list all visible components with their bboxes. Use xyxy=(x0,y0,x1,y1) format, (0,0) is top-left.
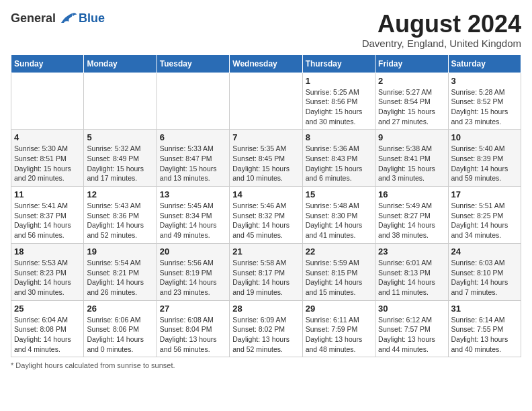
calendar-cell: 14Sunrise: 5:46 AM Sunset: 8:32 PM Dayli… xyxy=(230,187,302,244)
day-number: 28 xyxy=(232,304,299,314)
day-number: 31 xyxy=(451,304,518,314)
day-number: 18 xyxy=(14,246,81,257)
column-header-tuesday: Tuesday xyxy=(157,54,229,73)
calendar-week-row: 18Sunrise: 5:53 AM Sunset: 8:23 PM Dayli… xyxy=(11,243,521,300)
calendar-cell: 17Sunrise: 5:51 AM Sunset: 8:25 PM Dayli… xyxy=(448,187,521,244)
day-info: Sunrise: 6:14 AM Sunset: 7:55 PM Dayligh… xyxy=(451,315,518,355)
calendar-cell: 20Sunrise: 5:56 AM Sunset: 8:19 PM Dayli… xyxy=(157,243,229,300)
day-info: Sunrise: 6:11 AM Sunset: 7:59 PM Dayligh… xyxy=(306,315,372,355)
day-number: 10 xyxy=(451,132,518,142)
day-number: 24 xyxy=(451,246,518,257)
day-number: 9 xyxy=(378,132,445,142)
calendar-cell: 11Sunrise: 5:41 AM Sunset: 8:37 PM Dayli… xyxy=(11,187,84,244)
day-number: 17 xyxy=(451,189,518,199)
calendar-cell: 12Sunrise: 5:43 AM Sunset: 8:36 PM Dayli… xyxy=(84,187,157,244)
day-number: 21 xyxy=(232,246,299,257)
calendar-table: SundayMondayTuesdayWednesdayThursdayFrid… xyxy=(11,54,521,358)
day-info: Sunrise: 5:43 AM Sunset: 8:36 PM Dayligh… xyxy=(87,201,153,240)
day-info: Sunrise: 5:56 AM Sunset: 8:19 PM Dayligh… xyxy=(160,258,226,298)
day-number: 7 xyxy=(232,132,299,142)
calendar-cell: 22Sunrise: 5:59 AM Sunset: 8:15 PM Dayli… xyxy=(302,243,375,300)
calendar-cell: 30Sunrise: 6:12 AM Sunset: 7:57 PM Dayli… xyxy=(375,300,448,357)
day-info: Sunrise: 5:45 AM Sunset: 8:34 PM Dayligh… xyxy=(160,201,226,240)
column-header-sunday: Sunday xyxy=(11,54,84,73)
calendar-cell: 4Sunrise: 5:30 AM Sunset: 8:51 PM Daylig… xyxy=(11,130,84,187)
day-number: 12 xyxy=(87,189,153,199)
day-info: Sunrise: 5:28 AM Sunset: 8:52 PM Dayligh… xyxy=(451,87,518,127)
calendar-cell: 10Sunrise: 5:40 AM Sunset: 8:39 PM Dayli… xyxy=(448,130,521,187)
calendar-week-row: 25Sunrise: 6:04 AM Sunset: 8:08 PM Dayli… xyxy=(11,300,521,357)
day-info: Sunrise: 5:38 AM Sunset: 8:41 PM Dayligh… xyxy=(378,144,445,183)
calendar-cell: 21Sunrise: 5:58 AM Sunset: 8:17 PM Dayli… xyxy=(230,243,302,300)
day-info: Sunrise: 6:08 AM Sunset: 8:04 PM Dayligh… xyxy=(160,315,226,355)
column-header-wednesday: Wednesday xyxy=(230,54,302,73)
day-number: 8 xyxy=(306,132,372,142)
day-info: Sunrise: 5:25 AM Sunset: 8:56 PM Dayligh… xyxy=(306,87,372,127)
day-number: 13 xyxy=(160,189,226,199)
day-info: Sunrise: 6:06 AM Sunset: 8:06 PM Dayligh… xyxy=(87,315,153,355)
day-number: 14 xyxy=(232,189,299,199)
day-number: 23 xyxy=(378,246,445,257)
day-number: 25 xyxy=(14,304,81,314)
day-info: Sunrise: 6:12 AM Sunset: 7:57 PM Dayligh… xyxy=(378,315,445,355)
page-header: General Blue August 2024 Daventry, Engla… xyxy=(11,11,521,49)
calendar-cell xyxy=(84,73,157,130)
column-header-saturday: Saturday xyxy=(448,54,521,73)
day-info: Sunrise: 5:36 AM Sunset: 8:43 PM Dayligh… xyxy=(306,144,372,183)
day-info: Sunrise: 5:27 AM Sunset: 8:54 PM Dayligh… xyxy=(378,87,445,127)
day-number: 4 xyxy=(14,132,81,142)
calendar-cell xyxy=(157,73,229,130)
day-number: 30 xyxy=(378,304,445,314)
calendar-cell: 25Sunrise: 6:04 AM Sunset: 8:08 PM Dayli… xyxy=(11,300,84,357)
logo-general-text: General xyxy=(11,11,56,26)
calendar-cell: 15Sunrise: 5:48 AM Sunset: 8:30 PM Dayli… xyxy=(302,187,375,244)
day-info: Sunrise: 5:53 AM Sunset: 8:23 PM Dayligh… xyxy=(14,258,81,298)
day-number: 15 xyxy=(306,189,372,199)
day-info: Sunrise: 6:03 AM Sunset: 8:10 PM Dayligh… xyxy=(451,258,518,298)
day-info: Sunrise: 6:09 AM Sunset: 8:02 PM Dayligh… xyxy=(232,315,299,355)
month-title: August 2024 xyxy=(362,11,521,38)
calendar-cell: 13Sunrise: 5:45 AM Sunset: 8:34 PM Dayli… xyxy=(157,187,229,244)
day-number: 5 xyxy=(87,132,153,142)
calendar-cell: 29Sunrise: 6:11 AM Sunset: 7:59 PM Dayli… xyxy=(302,300,375,357)
calendar-cell: 3Sunrise: 5:28 AM Sunset: 8:52 PM Daylig… xyxy=(448,73,521,130)
day-number: 22 xyxy=(306,246,372,257)
calendar-cell: 28Sunrise: 6:09 AM Sunset: 8:02 PM Dayli… xyxy=(230,300,302,357)
calendar-cell: 8Sunrise: 5:36 AM Sunset: 8:43 PM Daylig… xyxy=(302,130,375,187)
calendar-cell: 27Sunrise: 6:08 AM Sunset: 8:04 PM Dayli… xyxy=(157,300,229,357)
day-info: Sunrise: 6:04 AM Sunset: 8:08 PM Dayligh… xyxy=(14,315,81,355)
day-number: 20 xyxy=(160,246,226,257)
calendar-cell: 23Sunrise: 6:01 AM Sunset: 8:13 PM Dayli… xyxy=(375,243,448,300)
title-area: August 2024 Daventry, England, United Ki… xyxy=(362,11,521,49)
calendar-cell: 5Sunrise: 5:32 AM Sunset: 8:49 PM Daylig… xyxy=(84,130,157,187)
day-number: 19 xyxy=(87,246,153,257)
day-info: Sunrise: 5:41 AM Sunset: 8:37 PM Dayligh… xyxy=(14,201,81,240)
logo-bird-icon xyxy=(58,11,77,26)
calendar-cell: 24Sunrise: 6:03 AM Sunset: 8:10 PM Dayli… xyxy=(448,243,521,300)
calendar-cell: 9Sunrise: 5:38 AM Sunset: 8:41 PM Daylig… xyxy=(375,130,448,187)
day-number: 27 xyxy=(160,304,226,314)
calendar-week-row: 1Sunrise: 5:25 AM Sunset: 8:56 PM Daylig… xyxy=(11,73,521,130)
day-info: Sunrise: 5:32 AM Sunset: 8:49 PM Dayligh… xyxy=(87,144,153,183)
calendar-week-row: 11Sunrise: 5:41 AM Sunset: 8:37 PM Dayli… xyxy=(11,187,521,244)
calendar-cell: 18Sunrise: 5:53 AM Sunset: 8:23 PM Dayli… xyxy=(11,243,84,300)
day-info: Sunrise: 5:49 AM Sunset: 8:27 PM Dayligh… xyxy=(378,201,445,240)
column-header-monday: Monday xyxy=(84,54,157,73)
day-info: Sunrise: 5:30 AM Sunset: 8:51 PM Dayligh… xyxy=(14,144,81,183)
day-info: Sunrise: 5:59 AM Sunset: 8:15 PM Dayligh… xyxy=(306,258,372,298)
logo-blue-text: Blue xyxy=(79,11,105,26)
calendar-header-row: SundayMondayTuesdayWednesdayThursdayFrid… xyxy=(11,54,521,73)
calendar-cell: 7Sunrise: 5:35 AM Sunset: 8:45 PM Daylig… xyxy=(230,130,302,187)
calendar-week-row: 4Sunrise: 5:30 AM Sunset: 8:51 PM Daylig… xyxy=(11,130,521,187)
day-number: 11 xyxy=(14,189,81,199)
day-info: Sunrise: 5:51 AM Sunset: 8:25 PM Dayligh… xyxy=(451,201,518,240)
day-info: Sunrise: 5:35 AM Sunset: 8:45 PM Dayligh… xyxy=(232,144,299,183)
day-info: Sunrise: 5:54 AM Sunset: 8:21 PM Dayligh… xyxy=(87,258,153,298)
calendar-cell: 1Sunrise: 5:25 AM Sunset: 8:56 PM Daylig… xyxy=(302,73,375,130)
day-number: 6 xyxy=(160,132,226,142)
calendar-cell: 19Sunrise: 5:54 AM Sunset: 8:21 PM Dayli… xyxy=(84,243,157,300)
day-info: Sunrise: 5:58 AM Sunset: 8:17 PM Dayligh… xyxy=(232,258,299,298)
calendar-cell xyxy=(230,73,302,130)
day-info: Sunrise: 5:40 AM Sunset: 8:39 PM Dayligh… xyxy=(451,144,518,183)
calendar-cell: 2Sunrise: 5:27 AM Sunset: 8:54 PM Daylig… xyxy=(375,73,448,130)
